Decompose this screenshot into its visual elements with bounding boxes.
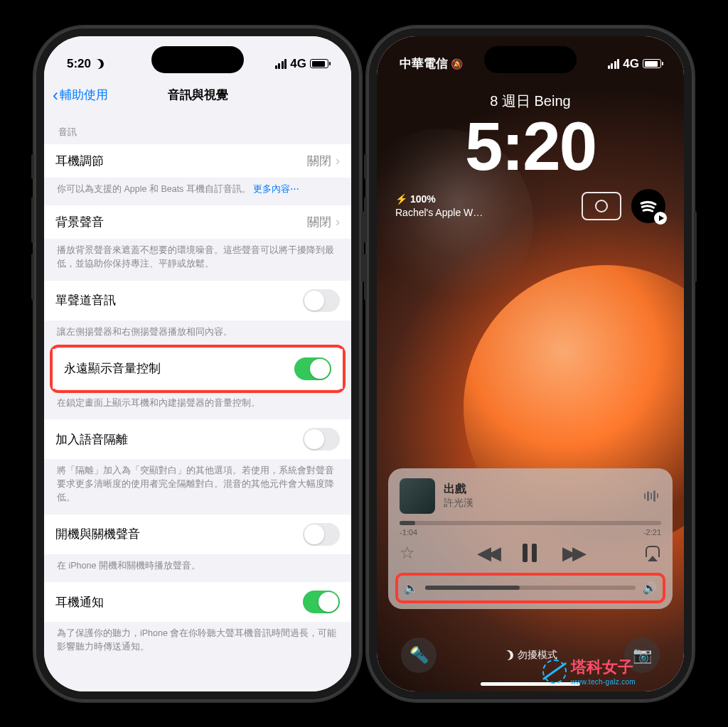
watermark-name: 塔科女子 [571, 658, 633, 676]
row-label: 開機與關機聲音 [55, 526, 140, 542]
highlighted-row: 永遠顯示音量控制 [50, 345, 346, 393]
flashlight-button[interactable]: 🔦 [401, 637, 437, 673]
camera-widget[interactable] [582, 192, 621, 220]
row-label: 耳機通知 [55, 594, 104, 610]
row-headphone-notify[interactable]: 耳機通知 [44, 582, 351, 622]
signal-icon [275, 59, 287, 69]
dynamic-island [484, 46, 577, 73]
waveform-icon[interactable] [641, 490, 661, 502]
row-value: 關閉 [307, 153, 331, 169]
battery-icon [643, 59, 661, 68]
row-footer: 在 iPhone 開機和關機時播放聲音。 [44, 554, 351, 573]
battery-device: Rachel's Apple W… [395, 206, 483, 220]
track-artist: 許光漢 [444, 497, 633, 510]
play-badge-icon [654, 212, 667, 225]
volume-high-icon: 🔊 [643, 581, 657, 595]
settings-screen: ‹ 輔助使用 音訊與視覺 音訊 耳機調節 關閉 › 你可以為支援的 Apple … [44, 36, 351, 691]
status-time: 5:20 [67, 57, 91, 71]
back-button[interactable]: ‹ 輔助使用 [53, 87, 108, 104]
rewind-button[interactable]: ◀◀ [477, 542, 497, 564]
lock-time: 5:20 [377, 112, 684, 181]
toggle-mono[interactable] [303, 289, 340, 312]
network-label: 4G [290, 57, 306, 71]
row-footer: 在鎖定畫面上顯示耳機和內建揚聲器的音量控制。 [44, 392, 351, 410]
section-header: 音訊 [44, 112, 351, 144]
row-footer: 為了保護你的聽力，iPhone 會在你聆聽大聲耳機音訊時間過長，可能影響聽力時傳… [44, 622, 351, 654]
row-label: 加入語音隔離 [55, 431, 128, 448]
left-phone: 5:20 4G ‹ 輔助使用 音訊與視覺 音訊 耳機調節 關閉 [34, 26, 361, 701]
time-remaining: -2:21 [643, 528, 661, 537]
pause-button[interactable] [523, 544, 537, 562]
moon-icon [502, 649, 515, 662]
row-voice-isolation[interactable]: 加入語音隔離 [44, 419, 351, 459]
focus-moon-icon [92, 58, 105, 70]
more-link[interactable]: 更多內容⋯ [253, 184, 299, 194]
track-title: 出戲 [444, 482, 633, 497]
battery-widget[interactable]: ⚡ 100% Rachel's Apple W… [395, 193, 483, 220]
forward-button[interactable]: ▶▶ [562, 542, 582, 564]
lock-widgets: ⚡ 100% Rachel's Apple W… [377, 181, 684, 223]
row-footer: 你可以為支援的 Apple 和 Beats 耳機自訂音訊。 更多內容⋯ [44, 178, 351, 196]
bell-off-icon: 🔕 [451, 58, 463, 70]
chevron-left-icon: ‹ [53, 87, 58, 104]
nav-bar: ‹ 輔助使用 音訊與視覺 [44, 79, 351, 112]
lock-screen: 中華電信 🔕 4G 8 週日 Being 5:20 ⚡ 100% Rac [377, 36, 684, 691]
network-label: 4G [623, 57, 639, 71]
toggle-always-volume[interactable] [294, 357, 331, 380]
airplay-icon[interactable] [644, 544, 661, 561]
toggle-power-sound[interactable] [303, 523, 340, 546]
watermark-url: www.tech-galz.com [571, 678, 636, 686]
row-headphone-accom[interactable]: 耳機調節 關閉 › [44, 144, 351, 178]
watermark-logo-icon [542, 659, 567, 684]
time-elapsed: -1:04 [400, 528, 417, 537]
row-label: 耳機調節 [55, 153, 104, 169]
row-footer: 播放背景聲音來遮蓋不想要的環境噪音。這些聲音可以將干擾降到最低，並協助你保持專注… [44, 239, 351, 271]
row-label: 背景聲音 [55, 214, 104, 230]
back-label: 輔助使用 [60, 87, 108, 103]
volume-slider[interactable] [425, 586, 636, 590]
row-footer: 將「隔離」加入為「突顯對白」的其他選項。若使用，系統會對聲音要求更多清晰度的使用… [44, 459, 351, 504]
spotify-widget[interactable] [631, 189, 665, 223]
signal-icon [608, 59, 620, 69]
row-background-sounds[interactable]: 背景聲音 關閉 › [44, 205, 351, 239]
battery-pct: 100% [410, 193, 436, 206]
row-mono-audio[interactable]: 單聲道音訊 [44, 281, 351, 321]
album-art[interactable] [400, 478, 435, 514]
row-label: 單聲道音訊 [55, 292, 116, 308]
progress-slider[interactable] [400, 521, 661, 525]
carrier-label: 中華電信 [400, 55, 448, 72]
battery-icon [310, 59, 328, 68]
row-footer: 讓左側揚聲器和右側揚聲器播放相同內容。 [44, 321, 351, 339]
row-value: 關閉 [307, 214, 331, 230]
music-player: 出戲 許光漢 -1:04 -2:21 ☆ ◀◀ [388, 468, 673, 609]
flashlight-icon: 🔦 [410, 646, 429, 664]
volume-low-icon: 🔈 [404, 581, 418, 595]
bolt-icon: ⚡ [395, 193, 407, 206]
toggle-headphone-notify[interactable] [303, 591, 340, 613]
row-power-sound[interactable]: 開機與關機聲音 [44, 515, 351, 554]
chevron-right-icon: › [336, 215, 340, 230]
right-phone: 中華電信 🔕 4G 8 週日 Being 5:20 ⚡ 100% Rac [367, 26, 694, 701]
watermark: 塔科女子 www.tech-galz.com [542, 657, 636, 686]
chevron-right-icon: › [336, 154, 340, 168]
row-label: 永遠顯示音量控制 [64, 360, 161, 377]
dynamic-island [151, 46, 244, 73]
star-icon[interactable]: ☆ [400, 543, 415, 563]
row-always-volume[interactable]: 永遠顯示音量控制 [53, 349, 343, 389]
toggle-voice-isolation[interactable] [303, 428, 340, 451]
highlighted-volume: 🔈 🔊 [395, 573, 665, 603]
